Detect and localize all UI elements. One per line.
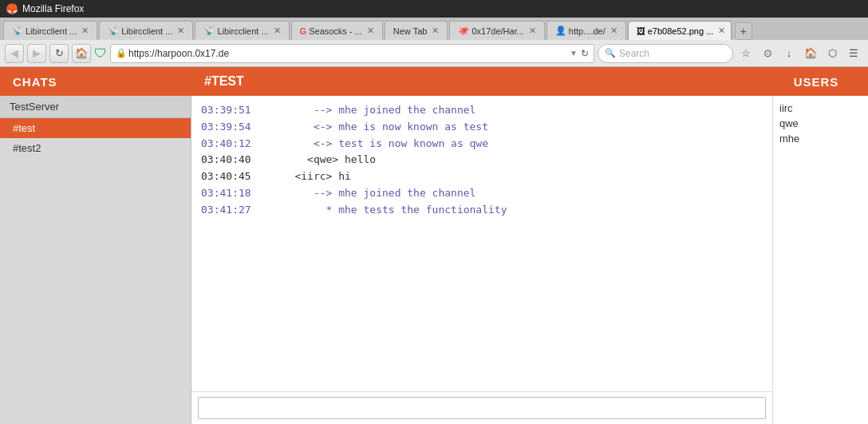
tab-libircclient-1[interactable]: 📡 Libircclient ... ✕ bbox=[3, 21, 97, 40]
url-bar[interactable]: 🔒 https://harpoon.0x17.de ▼ ↻ bbox=[110, 44, 594, 63]
tab-libircclient-3[interactable]: 📡 Libircclient ... ✕ bbox=[195, 21, 289, 40]
tab-icon-2: 📡 bbox=[108, 26, 119, 36]
tab-label-2: Libircclient ... bbox=[121, 26, 172, 36]
message-1: 03:39:54 <-> mhe is now known as test bbox=[201, 119, 763, 136]
message-3: 03:40:40 <qwe> hello bbox=[201, 152, 763, 168]
tab-newtab[interactable]: New Tab ✕ bbox=[385, 21, 448, 40]
home-nav-button[interactable]: 🏠 bbox=[801, 44, 820, 63]
navbar: ◀ ▶ ↻ 🏠 🛡 🔒 https://harpoon.0x17.de ▼ ↻ … bbox=[0, 40, 868, 67]
channel-item-test2[interactable]: #test2 bbox=[0, 138, 191, 158]
back-button[interactable]: ◀ bbox=[5, 44, 24, 63]
titlebar-text: Mozilla Firefox bbox=[22, 3, 84, 14]
tab-http[interactable]: 👤 http....de/ ✕ bbox=[546, 21, 626, 40]
home-button[interactable]: 🏠 bbox=[72, 44, 91, 63]
tab-close-8[interactable]: ✕ bbox=[718, 26, 725, 36]
nav-right-buttons: ☆ ⊙ ↓ 🏠 ⬡ ☰ bbox=[736, 44, 863, 63]
tab-label-4: Seasocks - ... bbox=[309, 26, 362, 36]
user-mhe: mhe bbox=[779, 131, 862, 146]
user-qwe: qwe bbox=[779, 116, 862, 131]
tab-close-3[interactable]: ✕ bbox=[274, 26, 281, 36]
search-icon: 🔍 bbox=[605, 48, 616, 58]
tab-label-3: Libircclient ... bbox=[217, 26, 268, 36]
tabbar: 📡 Libircclient ... ✕ 📡 Libircclient ... … bbox=[0, 18, 868, 40]
tab-seasocks[interactable]: G Seasocks - ... ✕ bbox=[291, 21, 383, 40]
message-5: 03:41:18 --> mhe joined the channel bbox=[201, 185, 763, 202]
tab-close-7[interactable]: ✕ bbox=[610, 26, 617, 36]
sync-button[interactable]: ⊙ bbox=[758, 44, 777, 63]
tab-label-8: e7b08e52.png ... bbox=[648, 26, 714, 36]
url-text: https://harpoon.0x17.de bbox=[128, 48, 566, 59]
users-panel: iirc qwe mhe bbox=[772, 96, 868, 424]
security-shield-icon: 🛡 bbox=[94, 46, 107, 61]
tab-label-6: 0x17de/Har... bbox=[471, 26, 523, 36]
chat-area: 03:39:51 --> mhe joined the channel 03:3… bbox=[191, 96, 772, 424]
server-label: TestServer bbox=[0, 96, 191, 118]
sidebar: TestServer #test #test2 bbox=[0, 96, 191, 424]
channel-item-test[interactable]: #test bbox=[0, 118, 191, 138]
new-tab-button[interactable]: + bbox=[735, 22, 752, 40]
firefox-icon: 🦊 bbox=[6, 3, 18, 14]
tab-icon-7: 👤 bbox=[555, 26, 566, 36]
tab-github[interactable]: 🐙 0x17de/Har... ✕ bbox=[449, 21, 544, 40]
bookmarks-star-button[interactable]: ☆ bbox=[736, 44, 756, 63]
chat-input[interactable] bbox=[198, 397, 766, 419]
user-iirc: iirc bbox=[779, 101, 862, 116]
reload-button[interactable]: ↻ bbox=[49, 44, 69, 63]
forward-button[interactable]: ▶ bbox=[27, 44, 46, 63]
message-4: 03:40:45 <iirc> hi bbox=[201, 168, 763, 185]
message-6: 03:41:27 * mhe tests the functionality bbox=[201, 202, 763, 219]
url-dropdown-icon[interactable]: ▼ bbox=[570, 49, 578, 57]
tab-libircclient-2[interactable]: 📡 Libircclient ... ✕ bbox=[99, 21, 193, 40]
app-body: TestServer #test #test2 03:39:51 --> mhe… bbox=[0, 96, 868, 424]
chats-header: CHATS bbox=[0, 75, 191, 89]
extensions-button[interactable]: ⬡ bbox=[823, 44, 842, 63]
download-button[interactable]: ↓ bbox=[779, 44, 799, 63]
message-0: 03:39:51 --> mhe joined the channel bbox=[201, 102, 763, 119]
chat-input-area bbox=[191, 391, 772, 424]
url-reload-icon[interactable]: ↻ bbox=[581, 48, 589, 59]
tab-label-7: http....de/ bbox=[569, 26, 606, 36]
tab-close-6[interactable]: ✕ bbox=[529, 26, 536, 36]
tab-label-1: Libircclient ... bbox=[26, 26, 77, 36]
app: CHATS #TEST USERS TestServer #test #test… bbox=[0, 67, 868, 424]
lock-icon: 🔒 bbox=[116, 48, 127, 58]
tab-close-2[interactable]: ✕ bbox=[177, 26, 184, 36]
tab-icon-6: 🐙 bbox=[458, 26, 469, 36]
search-bar[interactable]: 🔍 Search bbox=[598, 44, 733, 63]
tab-close-5[interactable]: ✕ bbox=[432, 26, 439, 36]
tab-icon-4: G bbox=[300, 26, 307, 36]
tab-icon-3: 📡 bbox=[203, 26, 215, 36]
chat-messages: 03:39:51 --> mhe joined the channel 03:3… bbox=[191, 96, 772, 391]
message-2: 03:40:12 <-> test is now known as qwe bbox=[201, 136, 763, 153]
tab-png[interactable]: 🖼 e7b08e52.png ... ✕ bbox=[628, 21, 732, 40]
tab-close-1[interactable]: ✕ bbox=[81, 26, 89, 36]
tab-close-4[interactable]: ✕ bbox=[367, 26, 374, 36]
titlebar: 🦊 Mozilla Firefox bbox=[0, 0, 868, 18]
users-header: USERS bbox=[772, 75, 868, 89]
channel-header: #TEST bbox=[191, 74, 772, 89]
tab-icon-1: 📡 bbox=[12, 26, 23, 36]
tab-label-5: New Tab bbox=[393, 26, 428, 36]
tab-icon-8: 🖼 bbox=[637, 26, 645, 36]
app-header: CHATS #TEST USERS bbox=[0, 67, 868, 96]
menu-button[interactable]: ☰ bbox=[844, 44, 863, 63]
search-placeholder: Search bbox=[619, 48, 649, 59]
